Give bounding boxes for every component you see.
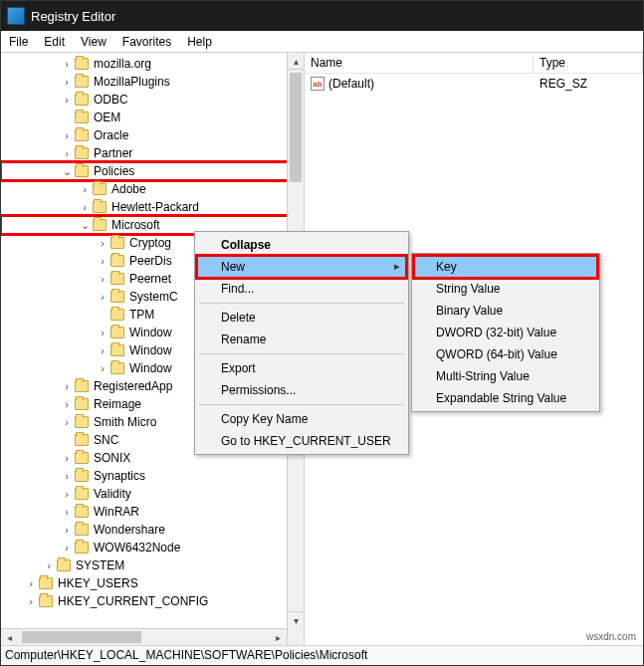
expand-icon[interactable] [61, 380, 73, 392]
tree-item[interactable]: SONIX [92, 451, 132, 465]
tree-item[interactable]: PeerDis [127, 254, 174, 268]
expand-icon[interactable] [61, 398, 73, 410]
tree-item[interactable]: MozillaPlugins [92, 75, 172, 89]
menu-item-collapse[interactable]: Collapse [197, 234, 406, 256]
menu-favorites[interactable]: Favorites [114, 32, 179, 52]
horizontal-scrollbar[interactable]: ◂ ▸ [1, 628, 287, 645]
expand-icon[interactable] [79, 201, 91, 213]
tree-item[interactable]: Window [127, 361, 174, 375]
tree-item[interactable]: Adobe [109, 182, 148, 196]
menu-item-copy-key[interactable]: Copy Key Name [197, 408, 406, 430]
scroll-thumb[interactable] [22, 631, 141, 643]
expand-icon[interactable] [25, 577, 37, 589]
tree-item[interactable]: HKEY_USERS [56, 576, 140, 590]
expand-icon[interactable] [25, 595, 37, 607]
expand-icon[interactable] [61, 488, 73, 500]
tree-item[interactable]: ODBC [92, 93, 130, 107]
expand-icon[interactable] [97, 327, 108, 338]
tree-item-microsoft[interactable]: Microsoft [109, 218, 162, 232]
tree-item[interactable]: Smith Micro [92, 415, 158, 429]
menu-help[interactable]: Help [179, 32, 220, 52]
expand-icon[interactable] [97, 291, 108, 303]
scroll-down-icon[interactable]: ▾ [288, 611, 304, 628]
menu-item-rename[interactable]: Rename [197, 329, 406, 350]
folder-icon [75, 470, 89, 482]
tree-item[interactable]: Reimage [92, 397, 143, 411]
tree-item[interactable]: SYSTEM [74, 558, 126, 572]
menu-item-goto[interactable]: Go to HKEY_CURRENT_USER [197, 430, 406, 452]
menu-item-find[interactable]: Find... [197, 278, 406, 300]
menu-item-permissions[interactable]: Permissions... [197, 379, 406, 401]
list-item[interactable]: ab (Default) REG_SZ [305, 74, 643, 94]
expand-icon[interactable] [61, 76, 73, 88]
expand-icon[interactable] [61, 58, 73, 70]
expand-icon[interactable] [79, 219, 91, 232]
scroll-up-icon[interactable]: ▴ [288, 53, 304, 70]
expand-icon[interactable] [61, 452, 73, 464]
submenu-item-key[interactable]: Key [414, 256, 597, 278]
submenu-item-multi[interactable]: Multi-String Value [414, 365, 597, 387]
expand-icon[interactable] [61, 542, 73, 554]
tree-item[interactable]: OEM [92, 111, 122, 124]
tree-item[interactable]: WOW6432Node [92, 541, 182, 555]
tree-item[interactable]: Validity [92, 487, 133, 501]
expand-icon[interactable] [97, 344, 108, 356]
column-name[interactable]: Name [305, 53, 534, 73]
submenu-item-binary[interactable]: Binary Value [414, 300, 597, 322]
menu-item-export[interactable]: Export [197, 357, 406, 379]
expand-icon[interactable] [43, 559, 55, 571]
expand-icon[interactable] [61, 506, 73, 518]
folder-icon [75, 94, 89, 106]
tree-item[interactable]: HKEY_CURRENT_CONFIG [56, 594, 210, 608]
scroll-right-icon[interactable]: ▸ [270, 629, 287, 645]
expand-icon[interactable] [61, 94, 73, 106]
submenu-item-string[interactable]: String Value [414, 278, 597, 300]
tree-item[interactable]: TPM [127, 308, 156, 322]
folder-icon [57, 559, 71, 571]
new-submenu: Key String Value Binary Value DWORD (32-… [411, 253, 600, 412]
column-type[interactable]: Type [534, 53, 643, 73]
expand-icon[interactable] [97, 237, 108, 249]
folder-icon [75, 524, 89, 536]
titlebar[interactable]: Registry Editor [1, 1, 643, 31]
app-icon [7, 7, 25, 25]
tree-item[interactable]: WinRAR [92, 505, 141, 519]
menu-view[interactable]: View [73, 32, 114, 52]
tree-item-policies[interactable]: Policies [92, 164, 136, 178]
submenu-item-expand[interactable]: Expandable String Value [414, 387, 597, 409]
tree-item[interactable]: Synaptics [92, 469, 147, 483]
expand-icon[interactable] [79, 183, 91, 195]
menu-file[interactable]: File [1, 32, 36, 52]
expand-icon[interactable] [97, 362, 108, 374]
expand-icon[interactable] [97, 255, 108, 267]
tree-item[interactable]: Partner [92, 146, 134, 160]
scroll-left-icon[interactable]: ◂ [1, 629, 18, 645]
tree-item[interactable]: SystemC [127, 290, 180, 304]
tree-item[interactable]: Oracle [92, 128, 130, 142]
expand-icon[interactable] [61, 470, 73, 482]
tree-item[interactable]: Peernet [127, 272, 173, 286]
tree-item[interactable]: Window [127, 326, 174, 339]
tree-item[interactable]: mozilla.org [92, 57, 153, 71]
scroll-thumb[interactable] [290, 73, 302, 182]
expand-icon[interactable] [97, 273, 108, 285]
tree-item[interactable]: Window [127, 343, 174, 357]
tree-item[interactable]: Cryptog [127, 236, 173, 250]
submenu-item-dword[interactable]: DWORD (32-bit) Value [414, 322, 597, 343]
menu-item-new[interactable]: New▸ [197, 256, 406, 278]
tree-item[interactable]: Wondershare [92, 523, 167, 537]
folder-icon [39, 577, 53, 589]
tree-item[interactable]: SNC [92, 433, 120, 447]
menu-item-delete[interactable]: Delete [197, 307, 406, 329]
expand-icon[interactable] [61, 524, 73, 536]
expand-icon[interactable] [61, 147, 73, 159]
folder-icon [75, 129, 89, 141]
submenu-item-qword[interactable]: QWORD (64-bit) Value [414, 343, 597, 365]
tree-item[interactable]: Hewlett-Packard [109, 200, 201, 214]
menu-edit[interactable]: Edit [36, 32, 73, 52]
expand-icon[interactable] [61, 129, 73, 141]
expand-icon[interactable] [61, 416, 73, 428]
expand-icon[interactable] [61, 165, 73, 178]
string-value-icon: ab [311, 77, 324, 91]
tree-item[interactable]: RegisteredApp [92, 379, 174, 393]
